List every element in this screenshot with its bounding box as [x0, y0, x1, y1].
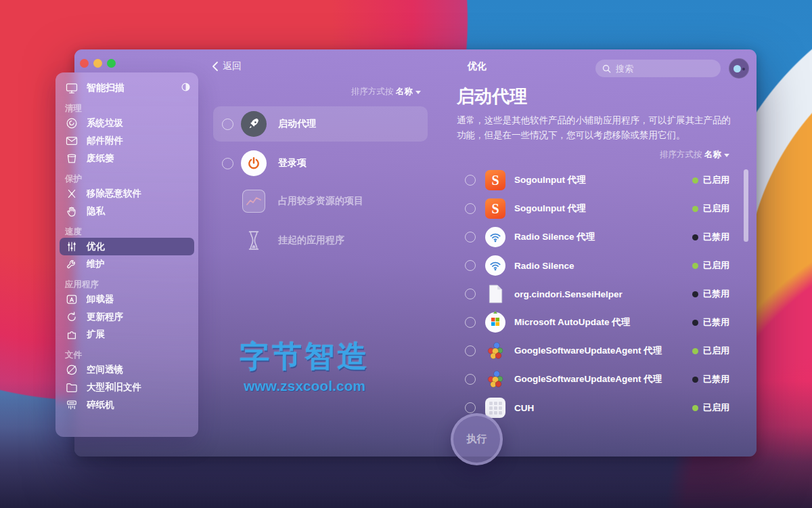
sidebar-item-privacy[interactable]: 隐私 [55, 203, 198, 220]
status-dot-icon [692, 177, 698, 184]
category-row[interactable]: 启动代理 [213, 106, 428, 142]
agent-row[interactable]: GoogleSoftwareUpdateAgent 代理 已禁用 [457, 365, 729, 394]
sidebar-item-lens[interactable]: 空间透镜 [55, 361, 198, 379]
sidebar-item-folder[interactable]: 大型和旧文件 [55, 379, 198, 396]
agent-name: SogouInput 代理 [514, 203, 692, 215]
agent-name: org.cindori.SenseiHelper [514, 289, 692, 299]
sogou-icon: S [485, 170, 505, 190]
radio-button[interactable] [465, 203, 476, 214]
status-label: 已启用 [703, 203, 729, 215]
sidebar-item-updater[interactable]: 更新程序 [55, 308, 198, 326]
detail-sort-control[interactable]: 排序方式按 名称 [457, 149, 729, 161]
search-field[interactable] [595, 60, 721, 77]
sidebar-item-label: 空间透镜 [87, 364, 123, 376]
wifi-icon [485, 227, 505, 247]
status-label: 已禁用 [703, 373, 729, 385]
radio-button[interactable] [465, 289, 476, 299]
cuh-icon [485, 398, 505, 418]
close-window-button[interactable] [80, 59, 89, 68]
desktop: { "window": { "title": "优化", "back_label… [0, 0, 812, 508]
sidebar-item-trashcan[interactable]: 废纸篓 [55, 150, 198, 167]
sidebar-item-mail[interactable]: 邮件附件 [55, 132, 198, 150]
folder-icon [65, 381, 78, 394]
status-badge: 已启用 [692, 345, 729, 357]
status-badge: 已禁用 [692, 288, 729, 300]
radio-button[interactable] [222, 158, 233, 169]
microsoft-autoupdate-icon [485, 312, 505, 333]
status-label: 已禁用 [703, 288, 729, 300]
sidebar-item-smart-scan[interactable]: 智能扫描 [55, 79, 198, 97]
uninstaller-icon [65, 293, 78, 306]
search-icon [602, 64, 611, 73]
power-icon [241, 150, 267, 176]
sidebar-item-label: 扩展 [87, 329, 105, 341]
status-label: 已启用 [703, 345, 729, 357]
status-dot-icon [692, 206, 698, 212]
search-input[interactable] [616, 64, 710, 74]
agent-name: GoogleSoftwareUpdateAgent 代理 [514, 345, 692, 357]
agent-row[interactable]: org.cindori.SenseiHelper 已禁用 [457, 280, 729, 308]
sort-value: 名称 [704, 150, 721, 159]
status-dot-icon [692, 291, 698, 297]
agent-row[interactable]: S SogouInput 代理 已启用 [457, 194, 729, 223]
category-row[interactable]: 占用较多资源的项目 [213, 184, 428, 219]
back-button[interactable]: 返回 [212, 60, 242, 72]
sidebar-item-puzzle[interactable]: 扩展 [55, 326, 198, 343]
assistant-menu-button[interactable] [729, 58, 749, 79]
radio-button[interactable] [465, 317, 476, 328]
sidebar-item-malware[interactable]: 移除恶意软件 [55, 185, 198, 203]
run-label: 执行 [467, 433, 487, 446]
zoom-window-button[interactable] [107, 59, 116, 68]
sidebar-group-header: 文件 [55, 349, 198, 361]
sidebar-item-sliders[interactable]: 优化 [60, 238, 194, 255]
category-label: 挂起的应用程序 [278, 234, 344, 247]
radio-button[interactable] [465, 402, 476, 413]
sidebar-item-uninstaller[interactable]: 卸载器 [55, 291, 198, 308]
mail-icon [65, 134, 78, 148]
category-row[interactable]: 挂起的应用程序 [213, 223, 428, 258]
rocket-icon [241, 111, 267, 137]
sidebar-item-label: 废纸篓 [87, 152, 114, 165]
agent-name: Microsoft AutoUpdate 代理 [514, 316, 692, 329]
sidebar-group-header: 清理 [55, 102, 198, 114]
minimize-window-button[interactable] [93, 59, 102, 68]
sort-value: 名称 [396, 87, 413, 96]
agent-row[interactable]: Radio Silence 已启用 [457, 251, 729, 280]
category-row[interactable]: 登录项 [213, 146, 428, 181]
agent-row[interactable]: CUH 已启用 [457, 394, 729, 422]
agent-row[interactable]: S SogouInput 代理 已启用 [457, 166, 729, 194]
chart-icon [241, 188, 267, 214]
radio-button[interactable] [465, 260, 476, 271]
sidebar-item-junk[interactable]: 系统垃圾 [55, 114, 198, 132]
puzzle-icon [65, 328, 78, 341]
radio-button[interactable] [465, 175, 476, 186]
agent-name: GoogleSoftwareUpdateAgent 代理 [514, 373, 692, 385]
status-dot-icon [692, 234, 698, 240]
run-button[interactable]: 执行 [451, 413, 503, 465]
status-dot-icon [692, 320, 698, 326]
chevron-down-icon [724, 154, 729, 157]
radio-button[interactable] [465, 232, 476, 242]
middle-sort-control[interactable]: 排序方式按 名称 [213, 86, 421, 98]
agent-name: SogouInput 代理 [514, 174, 692, 186]
sidebar-item-label: 邮件附件 [87, 135, 123, 147]
sidebar: 智能扫描 清理 系统垃圾 邮件附件 废纸篓保护 移除恶意软件 隐私速度 优化 维… [55, 72, 198, 437]
updater-icon [65, 310, 78, 324]
status-badge: 已启用 [692, 402, 729, 414]
google-update-icon [485, 341, 505, 361]
agent-row[interactable]: Microsoft AutoUpdate 代理 已禁用 [457, 308, 729, 337]
page-title: 优化 [440, 60, 514, 72]
radio-button[interactable] [222, 119, 233, 130]
status-dot-icon [692, 348, 698, 354]
agent-row[interactable]: Radio Silence 代理 已禁用 [457, 223, 729, 251]
category-label: 启动代理 [278, 118, 316, 130]
agent-name: Radio Silence [514, 261, 692, 271]
sort-prefix: 排序方式按 [660, 150, 702, 159]
radio-button[interactable] [465, 345, 476, 356]
sidebar-item-shredder[interactable]: 碎纸机 [55, 396, 198, 414]
sidebar-item-wrench[interactable]: 维护 [55, 255, 198, 273]
radio-button[interactable] [465, 374, 476, 385]
back-label: 返回 [223, 60, 242, 72]
scrollbar-thumb[interactable] [744, 169, 748, 242]
agent-row[interactable]: GoogleSoftwareUpdateAgent 代理 已启用 [457, 337, 729, 365]
